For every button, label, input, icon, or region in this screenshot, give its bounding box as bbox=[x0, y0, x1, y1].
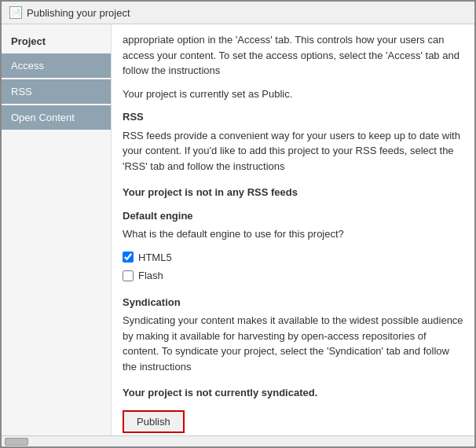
rss-section: RSS RSS feeds provide a convenient way f… bbox=[123, 109, 463, 174]
flash-checkbox[interactable] bbox=[123, 270, 134, 281]
syndication-title: Syndication bbox=[123, 295, 463, 310]
default-engine-title: Default engine bbox=[123, 208, 463, 224]
flash-row: Flash bbox=[123, 268, 463, 284]
sidebar-item-open-content[interactable]: Open Content bbox=[2, 105, 111, 130]
window-title: Publishing your project bbox=[27, 7, 130, 19]
sidebar-item-access[interactable]: Access bbox=[2, 53, 111, 78]
public-status: Your project is currently set as Public. bbox=[123, 86, 463, 102]
default-engine-text: What is the default engine to use for th… bbox=[123, 226, 463, 242]
publish-button[interactable]: Publish bbox=[123, 410, 185, 433]
syndication-status: Your project is not currently syndicated… bbox=[123, 385, 463, 401]
syndication-section: Syndication Syndicating your content mak… bbox=[123, 295, 463, 375]
rss-status: Your project is not in any RSS feeds bbox=[123, 185, 463, 200]
horizontal-scrollbar[interactable] bbox=[2, 435, 474, 446]
main-window: 📄 Publishing your project Project Access… bbox=[0, 0, 476, 448]
flash-label: Flash bbox=[138, 268, 163, 284]
sidebar-item-rss[interactable]: RSS bbox=[2, 79, 111, 104]
main-area: Project Access RSS Open Content appropri… bbox=[2, 24, 474, 435]
html5-label: HTML5 bbox=[138, 250, 172, 266]
html5-row: HTML5 bbox=[123, 250, 463, 266]
html5-checkbox[interactable] bbox=[123, 252, 134, 263]
sidebar: Project Access RSS Open Content bbox=[2, 24, 112, 435]
intro-text: appropriate option in the 'Access' tab. … bbox=[123, 32, 463, 79]
sidebar-project-label: Project bbox=[2, 32, 111, 53]
window-icon: 📄 bbox=[9, 6, 22, 19]
rss-text: RSS feeds provide a convenient way for y… bbox=[123, 128, 463, 174]
title-bar: 📄 Publishing your project bbox=[2, 2, 474, 24]
scroll-thumb-x[interactable] bbox=[5, 438, 28, 446]
syndication-text: Syndicating your content makes it availa… bbox=[123, 313, 463, 374]
content-area: appropriate option in the 'Access' tab. … bbox=[112, 24, 474, 435]
default-engine-section: Default engine What is the default engin… bbox=[123, 208, 463, 284]
rss-title: RSS bbox=[123, 109, 463, 125]
